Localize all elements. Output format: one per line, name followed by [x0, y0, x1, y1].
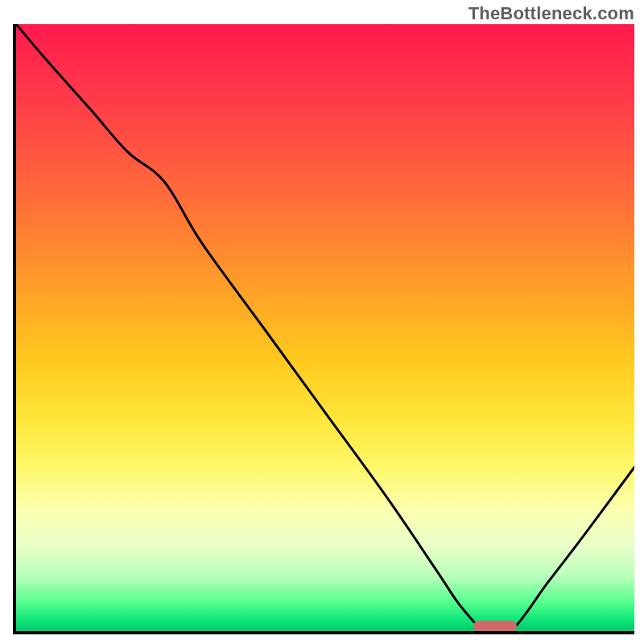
optimal-range-marker [473, 621, 517, 632]
watermark-text: TheBottleneck.com [469, 3, 634, 24]
chart-container: TheBottleneck.com [0, 0, 644, 644]
curve-layer [16, 24, 634, 631]
bottleneck-curve [16, 24, 634, 634]
plot-area [13, 24, 634, 634]
